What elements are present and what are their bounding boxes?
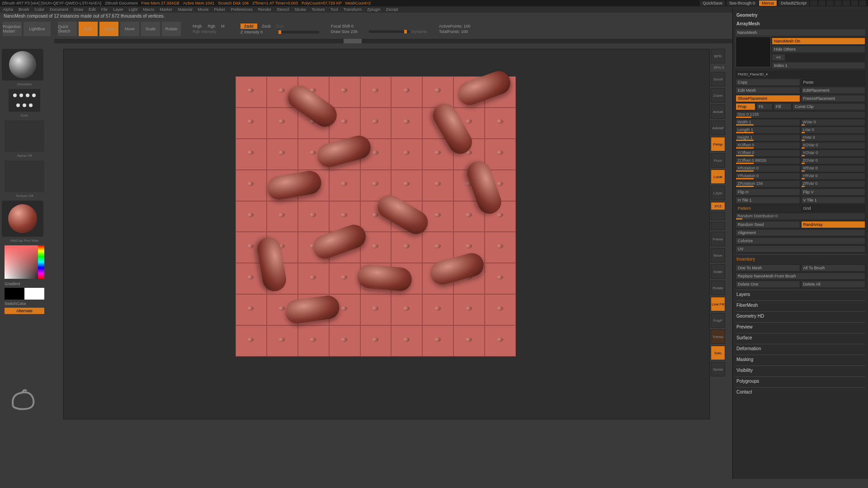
menu-render[interactable]: Render xyxy=(258,7,272,12)
solo-button[interactable]: Solo xyxy=(711,346,725,360)
arraymesh-header[interactable]: ArrayMesh xyxy=(736,19,865,28)
copy-button[interactable]: Copy xyxy=(736,79,800,86)
menu-movie[interactable]: Movie xyxy=(198,7,208,12)
gt-button[interactable] xyxy=(786,54,865,61)
focal-shift[interactable]: Focal Shift 0 xyxy=(331,24,367,28)
deleteall-button[interactable]: Delete All xyxy=(801,281,866,288)
bw-swatches[interactable] xyxy=(5,288,44,300)
z-intensity-slider[interactable] xyxy=(278,31,319,33)
geometry-header[interactable]: Geometry xyxy=(736,11,865,19)
param-var-slider[interactable]: WVar 0 xyxy=(801,119,866,126)
menu-preferences[interactable]: Preferences xyxy=(231,7,253,12)
menu-edit[interactable]: Edit xyxy=(89,7,96,12)
draw-size[interactable]: Draw Size 239 xyxy=(331,29,367,34)
window-minimize-icon[interactable] xyxy=(843,0,850,6)
param-slider[interactable]: YOffset 0 xyxy=(736,150,800,157)
menu-zscript[interactable]: Zscript xyxy=(386,7,398,12)
nanomesh-header[interactable]: NanoMesh xyxy=(736,29,865,36)
edit-button[interactable]: Edit xyxy=(79,22,98,36)
section-surface[interactable]: Surface xyxy=(736,333,865,342)
scale-view-button[interactable]: Scale xyxy=(711,264,725,279)
scale-button[interactable]: Scale xyxy=(141,22,160,36)
section-fibermesh[interactable]: FiberMesh xyxy=(736,300,865,310)
persp-button[interactable]: Persp xyxy=(711,137,725,151)
linefill-button[interactable]: Line Fill xyxy=(711,297,725,311)
floor-button[interactable]: Floor xyxy=(711,153,725,168)
menu-document[interactable]: Document xyxy=(50,7,68,12)
param-slider[interactable]: Length 1 xyxy=(736,127,800,134)
showplacement-button[interactable]: ShowPlacement xyxy=(736,95,800,102)
param-var-slider[interactable]: ZOVar 0 xyxy=(801,157,866,164)
size-slider[interactable]: Size 0.1155 xyxy=(736,111,865,118)
param-var-slider[interactable]: LVar 0 xyxy=(801,127,866,134)
quicksave-button[interactable]: QuickSave xyxy=(700,0,725,6)
move-view-button[interactable]: Move xyxy=(711,248,725,263)
prop-button[interactable]: Prop xyxy=(736,103,755,110)
transp-button[interactable]: Transp xyxy=(711,329,725,344)
menu-texture[interactable]: Texture xyxy=(311,7,325,12)
freezeplacement-button[interactable]: FreezePlacement xyxy=(801,95,866,102)
stroke-swatch[interactable] xyxy=(9,89,40,112)
window-icon-2[interactable] xyxy=(818,0,826,6)
window-maximize-icon[interactable] xyxy=(851,0,858,6)
colorize-button[interactable]: Colorize xyxy=(736,237,865,244)
fliph-button[interactable]: Flip H xyxy=(736,188,800,196)
mrgb-label[interactable]: Mrgb xyxy=(193,24,202,28)
zadd-button[interactable]: Zadd xyxy=(241,23,257,29)
param-slider[interactable]: ZOffset 0.88026 xyxy=(736,157,800,164)
alignment-button[interactable]: Alignment xyxy=(736,229,865,236)
rgb-label[interactable]: Rgb xyxy=(208,24,216,28)
gradient-label[interactable]: Gradient xyxy=(2,281,47,287)
hue-strip[interactable] xyxy=(38,245,44,279)
lightbox-button[interactable]: LightBox xyxy=(24,22,51,36)
nanomesh-on-button[interactable]: NanoMesh On xyxy=(772,38,865,45)
move-button[interactable]: Move xyxy=(120,22,139,36)
fit-button[interactable]: Fit xyxy=(756,103,773,110)
paste-button[interactable]: Paste xyxy=(801,79,866,86)
section-masking[interactable]: Masking xyxy=(736,355,865,364)
default-zscript[interactable]: DefaultZScript xyxy=(778,0,809,6)
section-visibility[interactable]: Visibility xyxy=(736,366,865,375)
editplacement-button[interactable]: EditPlacement xyxy=(801,87,866,94)
menu-color[interactable]: Color xyxy=(35,7,45,12)
flipv-button[interactable]: Flip V xyxy=(801,188,866,196)
section-deformation[interactable]: Deformation xyxy=(736,344,865,353)
dynamic-label[interactable]: Dynamic xyxy=(411,29,427,34)
grid-button[interactable]: Grid xyxy=(801,205,866,212)
param-slider[interactable]: ZRotation 156 xyxy=(736,180,800,188)
prev-index-button[interactable]: << xyxy=(772,54,785,61)
draw-size-slider[interactable] xyxy=(369,30,410,33)
htile-slider[interactable]: H Tile 1 xyxy=(736,197,800,204)
menu-layer[interactable]: Layer xyxy=(113,7,123,12)
shelf-icon-b[interactable] xyxy=(711,222,725,230)
brush-swatch[interactable] xyxy=(2,49,43,80)
scroll-button[interactable]: Scroll xyxy=(711,72,725,86)
material-swatch[interactable] xyxy=(2,201,43,237)
menu-macro[interactable]: Macro xyxy=(143,7,154,12)
param-var-slider[interactable]: ZRVar 0 xyxy=(801,180,866,188)
section-preview[interactable]: Preview xyxy=(736,322,865,331)
menu-material[interactable]: Material xyxy=(178,7,192,12)
color-picker[interactable] xyxy=(5,245,44,279)
local-button[interactable]: Local xyxy=(711,169,725,184)
editmesh-button[interactable]: Edit Mesh xyxy=(736,87,800,94)
alternate-button[interactable]: Alternate xyxy=(5,308,44,314)
menu-zplugin[interactable]: Zplugin xyxy=(367,7,381,12)
frame-button[interactable]: Frame xyxy=(711,232,725,246)
canvas-viewport[interactable] xyxy=(63,49,710,419)
uv-button[interactable]: UV xyxy=(736,245,865,253)
menus-button[interactable]: Menus xyxy=(759,0,777,6)
menu-picker[interactable]: Picker xyxy=(214,7,225,12)
rotate-button[interactable]: Rotate xyxy=(162,22,181,36)
menu-transform[interactable]: Transform xyxy=(343,7,362,12)
section-polygroups[interactable]: Polygroups xyxy=(736,376,865,385)
alpha-swatch[interactable] xyxy=(5,120,44,152)
texture-swatch[interactable] xyxy=(5,160,44,192)
aahalf-button[interactable]: AAHalf xyxy=(711,121,725,135)
randarray-button[interactable]: RandArray xyxy=(801,221,866,228)
menu-alpha[interactable]: Alpha xyxy=(3,7,13,12)
menu-stencil[interactable]: Stencil xyxy=(277,7,289,12)
pattern-label[interactable]: Pattern xyxy=(736,205,800,212)
section-contact[interactable]: Contact xyxy=(736,387,865,396)
param-var-slider[interactable]: XRVar 0 xyxy=(801,165,866,172)
